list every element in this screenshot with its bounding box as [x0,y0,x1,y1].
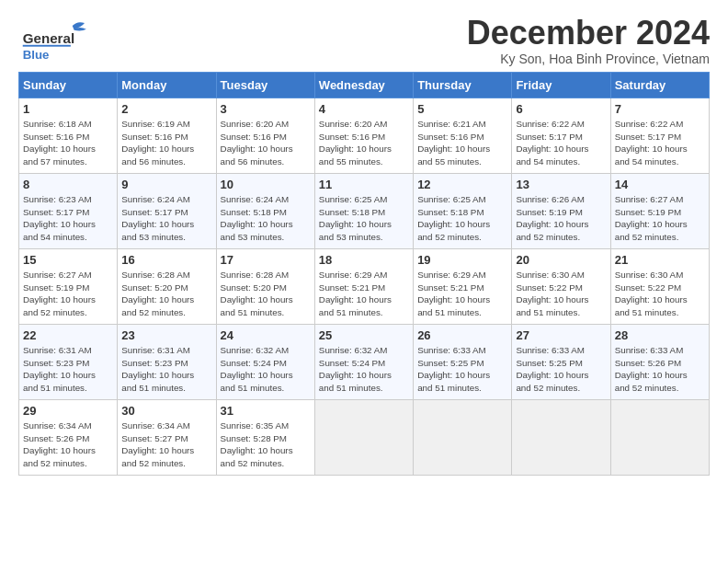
table-row: 28Sunrise: 6:33 AM Sunset: 5:26 PM Dayli… [610,324,709,399]
logo: General Blue [18,18,101,64]
day-info: Sunrise: 6:18 AM Sunset: 5:16 PM Dayligh… [23,118,113,167]
calendar-week-row: 8Sunrise: 6:23 AM Sunset: 5:17 PM Daylig… [19,173,710,248]
table-row: 3Sunrise: 6:20 AM Sunset: 5:16 PM Daylig… [216,98,314,173]
title-block: December 2024 Ky Son, Hoa Binh Province,… [467,15,710,66]
day-info: Sunrise: 6:20 AM Sunset: 5:16 PM Dayligh… [221,118,311,167]
table-row: 23Sunrise: 6:31 AM Sunset: 5:23 PM Dayli… [118,324,216,399]
svg-text:Blue: Blue [23,48,50,62]
table-row: 25Sunrise: 6:32 AM Sunset: 5:24 PM Dayli… [314,324,413,399]
day-number: 21 [615,252,705,269]
table-row: 10Sunrise: 6:24 AM Sunset: 5:18 PM Dayli… [216,173,314,248]
table-row: 29Sunrise: 6:34 AM Sunset: 5:26 PM Dayli… [19,399,118,475]
day-number: 8 [23,177,113,193]
day-number: 26 [417,327,507,344]
day-number: 23 [121,327,211,344]
calendar-week-row: 15Sunrise: 6:27 AM Sunset: 5:19 PM Dayli… [19,248,710,324]
day-number: 7 [615,101,705,118]
day-number: 3 [221,101,311,118]
logo-svg: General Blue [18,18,101,64]
day-number: 4 [319,101,409,118]
day-info: Sunrise: 6:32 AM Sunset: 5:24 PM Dayligh… [319,344,409,394]
day-info: Sunrise: 6:30 AM Sunset: 5:22 PM Dayligh… [615,269,705,318]
calendar-body: 1Sunrise: 6:18 AM Sunset: 5:16 PM Daylig… [19,98,710,475]
day-info: Sunrise: 6:24 AM Sunset: 5:18 PM Dayligh… [221,193,311,243]
table-row: 27Sunrise: 6:33 AM Sunset: 5:25 PM Dayli… [512,324,610,399]
day-info: Sunrise: 6:29 AM Sunset: 5:21 PM Dayligh… [319,269,409,318]
day-info: Sunrise: 6:34 AM Sunset: 5:26 PM Dayligh… [23,419,113,469]
calendar-week-row: 22Sunrise: 6:31 AM Sunset: 5:23 PM Dayli… [19,324,710,399]
day-info: Sunrise: 6:22 AM Sunset: 5:17 PM Dayligh… [516,118,606,167]
day-info: Sunrise: 6:20 AM Sunset: 5:16 PM Dayligh… [319,118,409,167]
table-row: 20Sunrise: 6:30 AM Sunset: 5:22 PM Dayli… [512,248,610,324]
day-info: Sunrise: 6:27 AM Sunset: 5:19 PM Dayligh… [23,269,113,318]
day-info: Sunrise: 6:21 AM Sunset: 5:16 PM Dayligh… [417,118,507,167]
day-number: 25 [319,327,409,344]
calendar-table: Sunday Monday Tuesday Wednesday Thursday… [18,72,710,476]
day-info: Sunrise: 6:33 AM Sunset: 5:26 PM Dayligh… [615,344,705,394]
day-number: 15 [23,252,113,269]
day-info: Sunrise: 6:25 AM Sunset: 5:18 PM Dayligh… [417,193,507,243]
table-row [512,399,610,475]
table-row: 24Sunrise: 6:32 AM Sunset: 5:24 PM Dayli… [216,324,314,399]
col-tuesday: Tuesday [216,72,314,98]
page-container: General Blue December 2024 Ky Son, Hoa B… [0,0,728,485]
page-subtitle: Ky Son, Hoa Binh Province, Vietnam [467,52,710,66]
table-row: 13Sunrise: 6:26 AM Sunset: 5:19 PM Dayli… [512,173,610,248]
table-row: 26Sunrise: 6:33 AM Sunset: 5:25 PM Dayli… [414,324,512,399]
day-number: 24 [221,327,311,344]
day-number: 29 [23,403,113,419]
col-saturday: Saturday [610,72,709,98]
day-number: 27 [516,327,606,344]
table-row [610,399,709,475]
day-number: 19 [417,252,507,269]
day-info: Sunrise: 6:32 AM Sunset: 5:24 PM Dayligh… [221,344,311,394]
day-info: Sunrise: 6:27 AM Sunset: 5:19 PM Dayligh… [615,193,705,243]
day-number: 1 [23,101,113,118]
table-row: 18Sunrise: 6:29 AM Sunset: 5:21 PM Dayli… [314,248,413,324]
day-number: 13 [516,177,606,193]
day-info: Sunrise: 6:31 AM Sunset: 5:23 PM Dayligh… [121,344,211,394]
table-row: 21Sunrise: 6:30 AM Sunset: 5:22 PM Dayli… [610,248,709,324]
day-info: Sunrise: 6:24 AM Sunset: 5:17 PM Dayligh… [121,193,211,243]
day-number: 6 [516,101,606,118]
table-row: 4Sunrise: 6:20 AM Sunset: 5:16 PM Daylig… [314,98,413,173]
day-info: Sunrise: 6:30 AM Sunset: 5:22 PM Dayligh… [516,269,606,318]
table-row: 22Sunrise: 6:31 AM Sunset: 5:23 PM Dayli… [19,324,118,399]
day-number: 30 [121,403,211,419]
day-number: 12 [417,177,507,193]
table-row: 17Sunrise: 6:28 AM Sunset: 5:20 PM Dayli… [216,248,314,324]
day-number: 14 [615,177,705,193]
day-info: Sunrise: 6:34 AM Sunset: 5:27 PM Dayligh… [121,419,211,469]
calendar-week-row: 29Sunrise: 6:34 AM Sunset: 5:26 PM Dayli… [19,399,710,475]
day-info: Sunrise: 6:33 AM Sunset: 5:25 PM Dayligh… [417,344,507,394]
day-info: Sunrise: 6:31 AM Sunset: 5:23 PM Dayligh… [23,344,113,394]
table-row: 11Sunrise: 6:25 AM Sunset: 5:18 PM Dayli… [314,173,413,248]
day-number: 10 [221,177,311,193]
table-row: 14Sunrise: 6:27 AM Sunset: 5:19 PM Dayli… [610,173,709,248]
day-info: Sunrise: 6:19 AM Sunset: 5:16 PM Dayligh… [121,118,211,167]
day-number: 28 [615,327,705,344]
day-number: 9 [121,177,211,193]
day-number: 22 [23,327,113,344]
table-row: 12Sunrise: 6:25 AM Sunset: 5:18 PM Dayli… [414,173,512,248]
svg-rect-1 [23,45,71,47]
col-wednesday: Wednesday [314,72,413,98]
col-thursday: Thursday [414,72,512,98]
day-number: 2 [121,101,211,118]
day-number: 31 [221,403,311,419]
day-info: Sunrise: 6:26 AM Sunset: 5:19 PM Dayligh… [516,193,606,243]
day-info: Sunrise: 6:33 AM Sunset: 5:25 PM Dayligh… [516,344,606,394]
table-row: 2Sunrise: 6:19 AM Sunset: 5:16 PM Daylig… [118,98,216,173]
table-row: 7Sunrise: 6:22 AM Sunset: 5:17 PM Daylig… [610,98,709,173]
table-row: 1Sunrise: 6:18 AM Sunset: 5:16 PM Daylig… [19,98,118,173]
svg-text:General: General [23,30,74,46]
day-info: Sunrise: 6:28 AM Sunset: 5:20 PM Dayligh… [121,269,211,318]
header: General Blue December 2024 Ky Son, Hoa B… [18,15,710,66]
day-info: Sunrise: 6:28 AM Sunset: 5:20 PM Dayligh… [221,269,311,318]
calendar-header: Sunday Monday Tuesday Wednesday Thursday… [19,72,710,98]
table-row: 30Sunrise: 6:34 AM Sunset: 5:27 PM Dayli… [118,399,216,475]
day-number: 11 [319,177,409,193]
header-row: Sunday Monday Tuesday Wednesday Thursday… [19,72,710,98]
day-info: Sunrise: 6:35 AM Sunset: 5:28 PM Dayligh… [221,419,311,469]
col-sunday: Sunday [19,72,118,98]
